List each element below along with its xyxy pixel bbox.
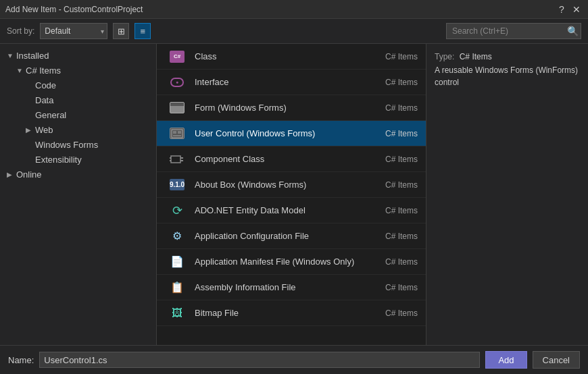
- item-tag-manifest: C# Items: [385, 257, 418, 267]
- bottom-bar: Name: Add Cancel: [0, 345, 588, 374]
- sidebar-label-installed: Installed: [16, 51, 49, 61]
- online-arrow: [7, 171, 16, 178]
- item-tag-bitmap: C# Items: [385, 309, 418, 318]
- help-button[interactable]: ?: [556, 3, 568, 16]
- item-row[interactable]: ⚙ Application Configuration File C# Item…: [157, 223, 426, 249]
- item-row[interactable]: User Control (Windows Forms) C# Items: [157, 121, 426, 146]
- item-row[interactable]: Form (Windows Forms) C# Items: [157, 95, 426, 121]
- items-panel: Class C# Items Interface C# Items Form (…: [157, 44, 426, 345]
- ado-icon: ⟳: [172, 203, 182, 218]
- cancel-button[interactable]: Cancel: [533, 351, 580, 369]
- body-row: Installed C# Items Code Data General Web: [0, 44, 588, 345]
- sidebar: Installed C# Items Code Data General Web: [0, 44, 157, 345]
- item-row[interactable]: Component Class C# Items: [157, 146, 426, 172]
- search-wrap: 🔍: [446, 23, 581, 39]
- search-input[interactable]: [446, 23, 581, 39]
- sidebar-item-online[interactable]: Online: [0, 167, 156, 182]
- item-name-interface: Interface: [195, 77, 385, 87]
- info-description: A reusable Windows Forms (WinForms) cont…: [435, 64, 580, 88]
- item-icon-interface: [165, 72, 189, 92]
- info-type-label: Type: C# Items: [435, 52, 580, 61]
- item-row[interactable]: Interface C# Items: [157, 70, 426, 95]
- item-name-component: Component Class: [195, 154, 385, 164]
- svg-rect-2: [178, 131, 181, 134]
- item-name-usercontrol: User Control (Windows Forms): [195, 128, 385, 138]
- sidebar-item-data[interactable]: Data: [0, 92, 156, 107]
- title-bar: Add New Item - CustomControlProject ? ✕: [0, 0, 588, 19]
- item-icon-component: [165, 149, 189, 169]
- csharp-items-arrow: [16, 67, 26, 74]
- sidebar-label-data: Data: [35, 95, 53, 105]
- item-name-manifest: Application Manifest File (Windows Only): [195, 257, 385, 267]
- sort-label: Sort by:: [7, 26, 34, 36]
- item-row[interactable]: 🖼 Bitmap File C# Items: [157, 300, 426, 326]
- item-tag-class: C# Items: [385, 52, 418, 61]
- item-row[interactable]: Class C# Items: [157, 44, 426, 70]
- sidebar-item-csharp-items[interactable]: C# Items: [0, 63, 156, 78]
- item-icon-manifest: 📄: [165, 252, 189, 272]
- assembly-icon: 📋: [170, 281, 184, 294]
- config-icon: ⚙: [172, 230, 182, 242]
- item-name-about: About Box (Windows Forms): [195, 180, 385, 190]
- svg-rect-4: [171, 156, 180, 163]
- toolbar-row: Sort by: Default Name Date ⊞ ≡ 🔍: [0, 19, 588, 44]
- svg-rect-3: [173, 135, 181, 136]
- dialog-content: Sort by: Default Name Date ⊞ ≡ 🔍 Install…: [0, 19, 588, 374]
- close-button[interactable]: ✕: [570, 3, 583, 16]
- items-list: Class C# Items Interface C# Items Form (…: [157, 44, 426, 345]
- name-input[interactable]: [39, 352, 480, 368]
- item-tag-about: C# Items: [385, 180, 418, 190]
- sort-select[interactable]: Default Name Date: [40, 23, 107, 39]
- sidebar-label-csharp-items: C# Items: [26, 65, 61, 76]
- sidebar-item-installed[interactable]: Installed: [0, 48, 156, 63]
- sidebar-item-web[interactable]: Web: [0, 122, 156, 137]
- sidebar-item-extensibility[interactable]: Extensibility: [0, 152, 156, 167]
- grid-view-button[interactable]: ⊞: [113, 23, 129, 39]
- name-label: Name:: [8, 355, 34, 365]
- item-name-bitmap: Bitmap File: [195, 308, 385, 318]
- search-icon[interactable]: 🔍: [567, 26, 579, 36]
- item-name-assembly: Assembly Information File: [195, 282, 385, 292]
- sort-select-wrap: Default Name Date: [40, 23, 107, 39]
- svg-rect-5: [180, 157, 183, 159]
- installed-arrow: [7, 52, 16, 59]
- manifest-icon: 📄: [170, 255, 184, 268]
- sidebar-label-online: Online: [16, 169, 42, 180]
- list-view-button[interactable]: ≡: [134, 23, 151, 39]
- dialog-title: Add New Item - CustomControlProject: [5, 5, 143, 14]
- item-row[interactable]: 📄 Application Manifest File (Windows Onl…: [157, 249, 426, 275]
- item-tag-usercontrol: C# Items: [385, 129, 418, 138]
- sidebar-item-general[interactable]: General: [0, 107, 156, 122]
- item-row[interactable]: 📋 Assembly Information File C# Items: [157, 275, 426, 300]
- svg-rect-7: [170, 157, 171, 159]
- add-button[interactable]: Add: [485, 351, 526, 369]
- item-tag-assembly: C# Items: [385, 283, 418, 292]
- item-name-class: Class: [195, 51, 385, 61]
- item-icon-ado: ⟳: [165, 201, 189, 221]
- about-icon: 9.1.0: [170, 179, 185, 190]
- svg-rect-8: [170, 160, 171, 161]
- title-bar-controls: ? ✕: [556, 3, 583, 16]
- item-tag-config: C# Items: [385, 232, 418, 241]
- item-tag-interface: C# Items: [385, 78, 418, 87]
- item-icon-class: [165, 47, 189, 67]
- sidebar-item-code[interactable]: Code: [0, 78, 156, 92]
- item-name-config: Application Configuration File: [195, 231, 385, 241]
- cs-icon: [170, 51, 185, 63]
- sidebar-label-web: Web: [35, 125, 53, 135]
- bitmap-icon: 🖼: [172, 307, 182, 319]
- comp-svg: [170, 153, 185, 165]
- sidebar-label-windows-forms: Windows Forms: [35, 140, 98, 150]
- item-row[interactable]: ⟳ ADO.NET Entity Data Model C# Items: [157, 198, 426, 223]
- item-row[interactable]: 9.1.0 About Box (Windows Forms) C# Items: [157, 172, 426, 198]
- sidebar-label-code: Code: [35, 80, 56, 90]
- svg-rect-6: [180, 160, 183, 161]
- item-tag-component: C# Items: [385, 155, 418, 164]
- item-icon-assembly: 📋: [165, 277, 189, 298]
- info-type-value: C# Items: [460, 52, 492, 61]
- sidebar-label-extensibility: Extensibility: [35, 155, 82, 165]
- svg-rect-1: [173, 131, 176, 134]
- component-icon: [170, 153, 185, 165]
- form-icon: [170, 102, 185, 113]
- sidebar-item-windows-forms[interactable]: Windows Forms: [0, 137, 156, 152]
